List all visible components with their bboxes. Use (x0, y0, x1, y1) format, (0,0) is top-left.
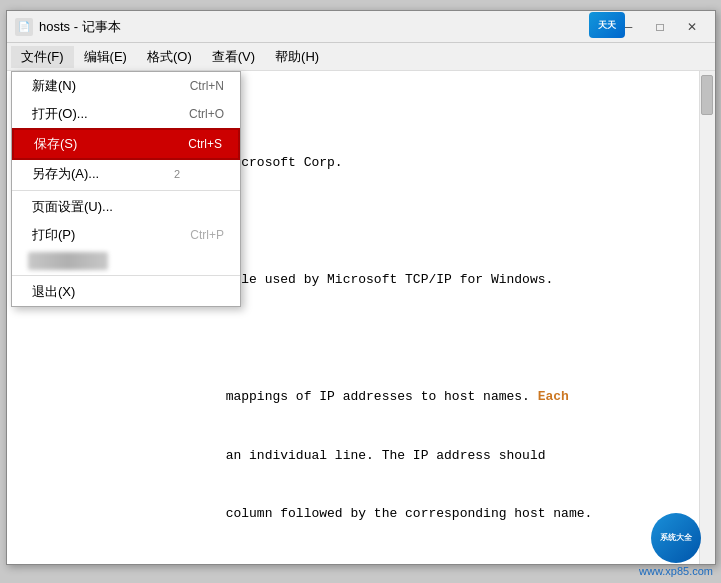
menu-save[interactable]: 保存(S) Ctrl+S (12, 128, 240, 160)
menu-saveas[interactable]: 另存为(A)... 2 (12, 160, 240, 188)
menu-help[interactable]: 帮助(H) (265, 46, 329, 68)
file-dropdown-menu: 新建(N) Ctrl+N 打开(O)... Ctrl+O 保存(S) Ctrl+… (11, 71, 241, 307)
editor-line-5: mappings of IP addresses to host names. … (15, 387, 707, 407)
watermark-url: www.xp85.com (639, 565, 713, 577)
notepad-window: 📄 hosts - 记事本 天天 ─ □ ✕ 文件(F) 编辑(E) 格式(O)… (6, 10, 716, 565)
menu-sep1 (12, 190, 240, 191)
menu-format[interactable]: 格式(O) (137, 46, 202, 68)
blurred-content (28, 252, 108, 270)
menu-exit[interactable]: 退出(X) (12, 278, 240, 306)
editor-line-8: host name should be separated by at leas… (15, 563, 707, 565)
editor-line-7: column followed by the corresponding hos… (15, 504, 707, 524)
menu-bar: 文件(F) 编辑(E) 格式(O) 查看(V) 帮助(H) 新建(N) Ctrl… (7, 43, 715, 71)
qq-icon: 天天 (589, 12, 625, 38)
app-icon: 📄 (15, 18, 33, 36)
maximize-button[interactable]: □ (645, 16, 675, 38)
watermark: 系统大全 www.xp85.com (639, 513, 713, 577)
window-controls: ─ □ ✕ (613, 16, 707, 38)
menu-open[interactable]: 打开(O)... Ctrl+O (12, 100, 240, 128)
title-bar-left: 📄 hosts - 记事本 (15, 18, 121, 36)
scrollbar-thumb[interactable] (701, 75, 713, 115)
menu-print[interactable]: 打印(P) Ctrl+P (12, 221, 240, 249)
menu-pagesetup[interactable]: 页面设置(U)... (12, 193, 240, 221)
menu-file[interactable]: 文件(F) (11, 46, 74, 68)
menu-print-blurred (12, 249, 240, 273)
editor-line-4 (15, 329, 707, 349)
editor-line-6: an individual line. The IP address shoul… (15, 446, 707, 466)
window-title: hosts - 记事本 (39, 18, 121, 36)
watermark-logo: 系统大全 (651, 513, 701, 563)
menu-new[interactable]: 新建(N) Ctrl+N (12, 72, 240, 100)
title-bar: 📄 hosts - 记事本 天天 ─ □ ✕ (7, 11, 715, 43)
menu-edit[interactable]: 编辑(E) (74, 46, 137, 68)
scrollbar[interactable] (699, 71, 715, 564)
close-button[interactable]: ✕ (677, 16, 707, 38)
menu-view[interactable]: 查看(V) (202, 46, 265, 68)
menu-sep2 (12, 275, 240, 276)
